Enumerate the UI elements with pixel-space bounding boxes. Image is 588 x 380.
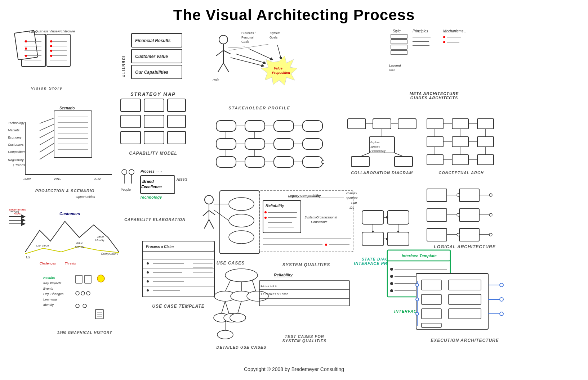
svg-rect-157 bbox=[216, 139, 236, 149]
svg-line-178 bbox=[203, 211, 209, 216]
svg-rect-96 bbox=[144, 99, 164, 112]
svg-rect-326 bbox=[422, 309, 441, 319]
svg-text:Mechanisms ..: Mechanisms .. bbox=[443, 29, 466, 33]
svg-line-209 bbox=[252, 280, 256, 291]
graphical-history-diagram: Results Key Projects Events Org. Changes… bbox=[43, 273, 126, 335]
svg-rect-146 bbox=[95, 309, 103, 319]
svg-point-106 bbox=[129, 169, 134, 175]
svg-rect-327 bbox=[422, 323, 441, 327]
copyright-text: Copyright © 2008 by Bredemeyer Consultin… bbox=[244, 366, 344, 372]
svg-rect-101 bbox=[121, 131, 141, 144]
svg-text:Legacy Compatibility: Legacy Compatibility bbox=[288, 194, 321, 198]
svg-line-46 bbox=[231, 58, 263, 66]
svg-rect-276 bbox=[477, 155, 494, 165]
svg-rect-150 bbox=[216, 121, 236, 131]
svg-text:Proposition: Proposition bbox=[272, 71, 290, 74]
svg-point-336 bbox=[500, 312, 503, 316]
svg-point-301 bbox=[457, 194, 460, 196]
graphical-history-svg: Results Key Projects Events Org. Changes… bbox=[43, 273, 126, 329]
svg-point-315 bbox=[390, 268, 393, 271]
svg-text:Regulatory: Regulatory bbox=[8, 158, 24, 162]
svg-line-259 bbox=[360, 153, 369, 157]
svg-rect-247 bbox=[348, 119, 366, 129]
svg-text:Results: Results bbox=[43, 276, 55, 280]
svg-text:Technology: Technology bbox=[8, 121, 24, 125]
svg-rect-266 bbox=[427, 137, 443, 147]
svg-point-332 bbox=[500, 283, 503, 287]
svg-rect-95 bbox=[121, 99, 141, 112]
svg-point-309 bbox=[489, 213, 492, 216]
svg-line-44 bbox=[277, 45, 281, 59]
svg-text:Challenges: Challenges bbox=[40, 262, 56, 265]
svg-text:Business Value: Business Value bbox=[35, 30, 58, 33]
svg-point-140 bbox=[76, 291, 79, 295]
svg-rect-154 bbox=[274, 121, 294, 131]
svg-rect-57 bbox=[391, 45, 407, 49]
svg-rect-103 bbox=[168, 131, 186, 144]
svg-text:Customers: Customers bbox=[8, 143, 24, 146]
svg-rect-297 bbox=[459, 189, 479, 202]
svg-point-201 bbox=[147, 280, 149, 282]
svg-text:<parms>: <parms> bbox=[346, 196, 358, 200]
svg-line-217 bbox=[238, 301, 241, 313]
vision-story-diagram: Cover Business Value Architecture Vision… bbox=[11, 29, 83, 90]
svg-rect-156 bbox=[303, 121, 322, 131]
svg-point-20 bbox=[50, 55, 52, 57]
svg-line-33 bbox=[216, 50, 223, 56]
svg-text:IDENTITY: IDENTITY bbox=[121, 56, 125, 78]
svg-rect-55 bbox=[391, 34, 407, 39]
svg-point-184 bbox=[229, 214, 254, 227]
svg-text:Financial Results: Financial Results bbox=[135, 38, 171, 43]
landscape-diagram: Opportunities Trends Uncertainties Risks… bbox=[7, 191, 133, 273]
svg-text:↑ Trends: ↑ Trends bbox=[13, 163, 25, 167]
state-diagram-svg: <name> <parms> : UML IDL bbox=[344, 189, 416, 255]
landscape-svg: Opportunities Trends Uncertainties Risks… bbox=[7, 191, 133, 273]
svg-rect-299 bbox=[459, 229, 479, 241]
svg-text:1.1  1.2  1.3  $: 1.1 1.2 1.3 $ bbox=[260, 284, 277, 288]
projection-scenario-svg: Technology Markets Economy Customers Com… bbox=[7, 104, 122, 187]
svg-line-207 bbox=[225, 280, 231, 291]
svg-point-31 bbox=[219, 35, 228, 44]
svg-point-317 bbox=[390, 275, 393, 278]
svg-point-226 bbox=[264, 211, 267, 213]
svg-rect-296 bbox=[427, 229, 447, 241]
svg-point-185 bbox=[229, 231, 254, 244]
svg-line-89 bbox=[40, 150, 54, 159]
stakeholder-profile-diagram: Role Business / Personal Goals System Go… bbox=[209, 27, 310, 110]
svg-point-303 bbox=[457, 213, 460, 216]
svg-text:Customers: Customers bbox=[59, 212, 80, 216]
svg-rect-164 bbox=[216, 157, 236, 167]
conceptual-arch-svg bbox=[425, 117, 497, 169]
svg-text:Value: Value bbox=[76, 241, 83, 245]
svg-point-220 bbox=[217, 330, 233, 339]
svg-point-218 bbox=[230, 313, 246, 322]
svg-rect-267 bbox=[452, 137, 468, 147]
svg-point-144 bbox=[76, 304, 79, 308]
svg-text:Brand: Brand bbox=[142, 179, 154, 184]
svg-text:Goals: Goals bbox=[241, 40, 249, 44]
svg-text:Markets: Markets bbox=[8, 128, 20, 132]
svg-point-338 bbox=[416, 284, 419, 286]
svg-rect-56 bbox=[391, 40, 407, 44]
svg-text:Our Value: Our Value bbox=[36, 244, 49, 247]
svg-text:Technology: Technology bbox=[140, 195, 162, 199]
svg-text:Reliability: Reliability bbox=[274, 273, 293, 277]
svg-rect-286 bbox=[362, 211, 384, 224]
svg-rect-263 bbox=[477, 119, 494, 129]
svg-point-15 bbox=[25, 48, 27, 50]
svg-rect-168 bbox=[274, 157, 294, 167]
system-qualities-diagram: Legacy Compatibility Reliability System/… bbox=[258, 189, 355, 267]
svg-rect-75 bbox=[54, 111, 92, 158]
svg-text:Process a Claim: Process a Claim bbox=[146, 245, 174, 249]
svg-rect-298 bbox=[459, 209, 479, 221]
svg-text:Personal: Personal bbox=[241, 36, 254, 39]
conceptual-arch-diagram: Conceptual Arch bbox=[425, 117, 497, 175]
svg-rect-138 bbox=[76, 275, 82, 283]
svg-rect-161 bbox=[274, 139, 294, 149]
svg-line-84 bbox=[40, 118, 54, 123]
logical-arch-svg bbox=[423, 182, 506, 243]
svg-rect-99 bbox=[144, 115, 164, 128]
svg-text:2010: 2010 bbox=[54, 177, 61, 181]
svg-point-141 bbox=[81, 291, 85, 295]
svg-text:Scenario: Scenario bbox=[59, 106, 75, 110]
